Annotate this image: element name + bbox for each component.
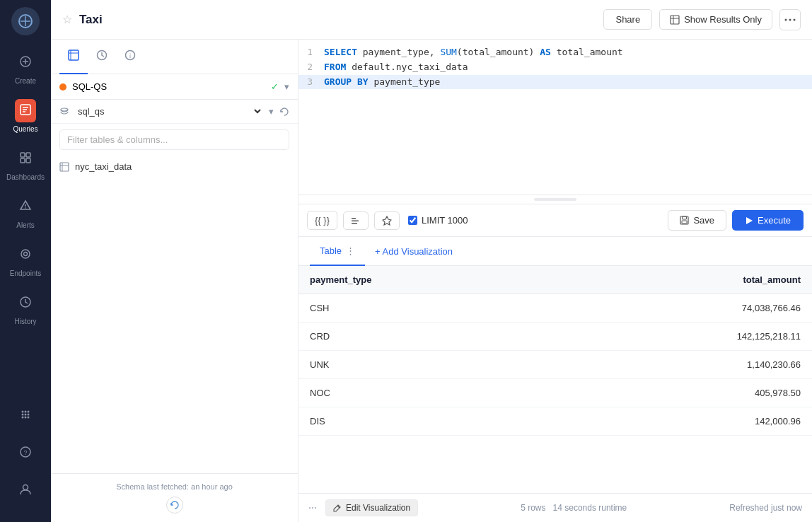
content-area: i SQL-QS ✓ ▾ sql_qs ▾ [51, 40, 812, 522]
nav-item-grid[interactable] [4, 398, 47, 433]
svg-point-30 [23, 485, 28, 490]
limit-label: LIMIT 1000 [422, 215, 468, 226]
cell-payment-type: CSH [298, 294, 552, 323]
svg-point-25 [22, 417, 24, 419]
nav-item-alerts[interactable]: Alerts [4, 190, 47, 235]
scroll-indicator [534, 198, 576, 201]
alerts-icon [15, 195, 36, 219]
edit-icon [333, 504, 342, 512]
svg-point-17 [21, 250, 30, 258]
share-button[interactable]: Share [603, 9, 652, 30]
datasource-chevron-icon[interactable]: ▾ [284, 81, 289, 92]
top-bar: ☆ Taxi Share Show Results Only [51, 0, 812, 40]
editor-panel[interactable]: 1 SELECT payment_type, SUM(total_amount)… [298, 40, 812, 195]
sidebar: i SQL-QS ✓ ▾ sql_qs ▾ [51, 40, 298, 522]
svg-point-20 [25, 411, 27, 413]
schema-refresh-icon[interactable] [279, 107, 289, 117]
datasource-name: SQL-QS [72, 81, 265, 92]
table-row: DIS142,000.96 [298, 407, 812, 436]
nav-item-user[interactable] [4, 473, 47, 508]
svg-rect-31 [671, 16, 679, 24]
svg-point-35 [789, 18, 791, 21]
datasource-connected-icon: ✓ [271, 81, 279, 92]
nav-item-queries[interactable]: Queries [4, 93, 47, 139]
drag-handle[interactable] [298, 195, 812, 204]
results-footer: ⋯ Edit Visualization 5 rows 14 seconds r… [298, 493, 812, 522]
nav-item-endpoints[interactable]: Endpoints [4, 238, 47, 283]
col-header-total-amount: total_amount [552, 266, 812, 294]
svg-marker-54 [746, 217, 753, 224]
nav-history-label: History [14, 318, 36, 325]
table-row: NOC405,978.50 [298, 379, 812, 407]
page-title: Taxi [79, 13, 596, 27]
nav-item-dashboards[interactable]: Dashboards [4, 141, 47, 187]
svg-point-16 [24, 253, 28, 256]
editor-line-2: 2 FROM default.nyc_taxi_data [298, 60, 812, 75]
limit-checkbox[interactable] [408, 216, 417, 225]
add-visualization-tab[interactable]: + Add Visualization [365, 238, 463, 265]
col-header-payment-type: payment_type [298, 266, 552, 294]
star-icon[interactable]: ☆ [62, 13, 72, 26]
results-table[interactable]: payment_type total_amount CSH74,038,766.… [298, 266, 812, 493]
svg-point-43 [61, 108, 68, 111]
svg-point-23 [25, 414, 27, 416]
more-options-button[interactable] [779, 9, 801, 30]
svg-marker-50 [383, 216, 391, 225]
svg-rect-47 [352, 218, 356, 219]
left-navigation: Create Queries Dashboards [0, 0, 51, 522]
svg-point-27 [28, 417, 30, 419]
svg-rect-37 [69, 50, 79, 60]
results-tab-table[interactable]: Table ⋮ [310, 237, 365, 266]
filter-input-wrap [51, 124, 298, 156]
help-icon: ? [15, 441, 36, 465]
filter-input[interactable] [59, 129, 289, 150]
save-icon [680, 216, 689, 225]
nav-item-history[interactable]: History [4, 286, 47, 331]
cell-total-amount: 405,978.50 [552, 379, 812, 407]
format-button[interactable] [343, 211, 369, 230]
template-button[interactable]: {{ }} [307, 211, 337, 230]
edit-visualization-button[interactable]: Edit Visualization [325, 499, 418, 516]
sidebar-tab-info[interactable]: i [116, 40, 144, 74]
schema-select[interactable]: sql_qs [75, 105, 263, 117]
main-content: ☆ Taxi Share Show Results Only [51, 0, 812, 522]
execute-icon [745, 216, 753, 225]
nav-queries-label: Queries [13, 125, 37, 133]
execute-button[interactable]: Execute [732, 210, 804, 231]
sidebar-tab-schema[interactable] [59, 40, 88, 74]
dashboards-icon [15, 147, 36, 170]
svg-text:i: i [129, 52, 131, 59]
nav-item-help[interactable]: ? [4, 436, 47, 470]
table-name: nyc_taxi_data [75, 161, 132, 172]
svg-point-24 [28, 414, 30, 416]
tab-options-icon[interactable]: ⋮ [346, 245, 355, 256]
sidebar-tabs: i [51, 40, 298, 74]
cell-total-amount: 142,000.96 [552, 407, 812, 436]
limit-check: LIMIT 1000 [408, 215, 468, 226]
queries-icon [15, 99, 36, 122]
table-icon [670, 15, 680, 25]
footer-more-icon[interactable]: ⋯ [308, 503, 317, 513]
refresh-schema-button[interactable] [166, 497, 183, 514]
svg-rect-49 [352, 223, 357, 224]
history-icon [15, 291, 36, 315]
nav-item-create[interactable]: Create [4, 45, 47, 91]
datasource-selector[interactable]: SQL-QS ✓ ▾ [51, 74, 298, 100]
table-item-nyc-taxi[interactable]: nyc_taxi_data [51, 156, 298, 178]
svg-point-15 [25, 207, 26, 209]
app-logo [11, 7, 40, 35]
create-icon [15, 51, 36, 74]
svg-rect-52 [683, 216, 687, 219]
line-number-1: 1 [298, 45, 324, 60]
data-table: payment_type total_amount CSH74,038,766.… [298, 266, 812, 436]
schema-row: sql_qs ▾ [51, 100, 298, 124]
auto-button[interactable] [374, 211, 400, 230]
svg-point-19 [22, 411, 24, 413]
schema-chevron-icon[interactable]: ▾ [269, 106, 274, 117]
save-button[interactable]: Save [668, 210, 726, 231]
datasource-status-dot [59, 83, 66, 91]
sidebar-tab-history[interactable] [88, 40, 116, 74]
show-results-button[interactable]: Show Results Only [659, 9, 772, 30]
svg-rect-53 [682, 221, 687, 224]
svg-text:?: ? [23, 449, 27, 456]
